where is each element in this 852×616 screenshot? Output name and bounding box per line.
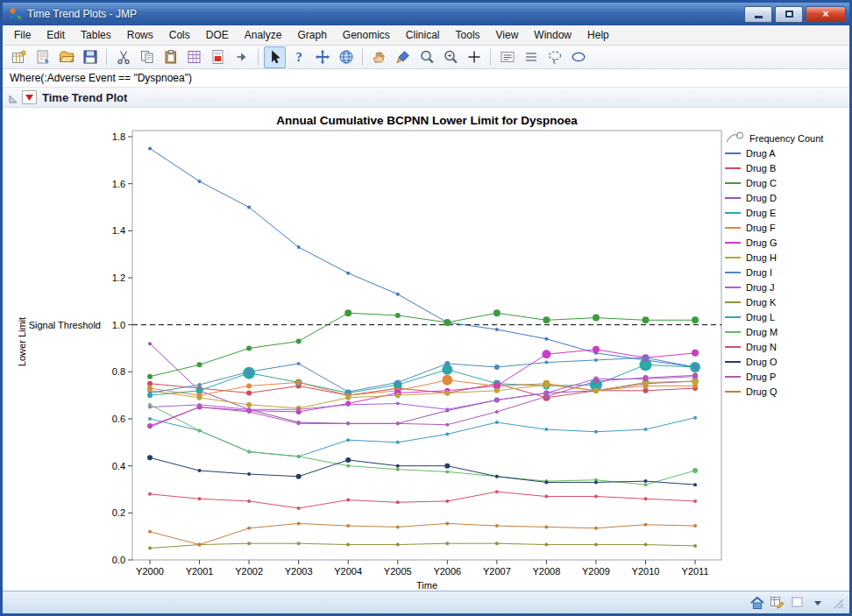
select-arrow-icon[interactable]	[264, 46, 286, 68]
jmp-app-icon	[8, 7, 22, 21]
menu-analyze[interactable]: Analyze	[237, 26, 290, 44]
crosshair-icon[interactable]	[463, 46, 485, 68]
legend-item-drug-c[interactable]: Drug C	[725, 175, 849, 190]
run-script-icon[interactable]	[231, 46, 252, 68]
copy-icon[interactable]	[136, 46, 158, 68]
legend-swatch	[725, 182, 741, 184]
paste-icon[interactable]	[160, 46, 181, 68]
legend-frequency-count[interactable]: Frequency Count	[725, 131, 849, 145]
minimize-button[interactable]	[744, 6, 772, 23]
new-journal-icon[interactable]	[32, 46, 53, 68]
menu-clinical[interactable]: Clinical	[398, 26, 448, 44]
help-icon[interactable]: ?	[288, 46, 309, 68]
legend-item-drug-l[interactable]: Drug L	[725, 309, 849, 324]
svg-text:Y2007: Y2007	[483, 566, 511, 577]
brush-icon[interactable]	[392, 46, 414, 68]
legend-label: Drug M	[746, 327, 777, 337]
open-icon[interactable]	[55, 46, 77, 68]
magnifier-icon[interactable]	[439, 46, 461, 68]
lasso-icon[interactable]	[543, 46, 565, 68]
legend-item-drug-b[interactable]: Drug B	[725, 160, 849, 175]
time-trend-plot[interactable]: 0.00.20.40.60.81.01.21.41.61.8Y2000Y2001…	[3, 129, 723, 593]
scroller-icon[interactable]	[520, 46, 542, 68]
menu-view[interactable]: View	[488, 26, 527, 44]
oval-icon[interactable]	[567, 46, 589, 68]
legend-item-drug-n[interactable]: Drug N	[725, 339, 849, 354]
legend-swatch	[725, 361, 741, 363]
save-icon[interactable]	[79, 46, 101, 68]
menu-graph[interactable]: Graph	[289, 26, 334, 44]
resize-grip[interactable]	[830, 595, 846, 611]
toolbar-separator	[258, 49, 259, 65]
menu-edit[interactable]: Edit	[39, 26, 73, 44]
legend-label: Drug D	[746, 193, 777, 203]
svg-text:Y2004: Y2004	[334, 566, 362, 577]
svg-text:Y2001: Y2001	[186, 566, 214, 577]
legend: Frequency CountDrug ADrug BDrug CDrug DD…	[725, 131, 849, 399]
svg-text:1.0: 1.0	[112, 320, 125, 330]
toolbar-separator	[106, 49, 107, 65]
svg-text:Y2003: Y2003	[285, 566, 313, 577]
legend-swatch	[725, 346, 741, 348]
legend-swatch	[725, 316, 741, 318]
legend-item-drug-h[interactable]: Drug H	[725, 250, 849, 265]
cut-icon[interactable]	[112, 46, 134, 68]
legend-swatch	[725, 212, 741, 214]
window-box-icon[interactable]	[790, 595, 806, 611]
menu-genomics[interactable]: Genomics	[335, 26, 398, 44]
svg-text:Y2000: Y2000	[136, 566, 164, 577]
globe-icon[interactable]	[335, 46, 357, 68]
svg-text:0.4: 0.4	[112, 461, 125, 471]
menu-file[interactable]: File	[6, 26, 39, 44]
legend-label: Drug A	[746, 148, 776, 159]
legend-item-drug-p[interactable]: Drug P	[725, 369, 849, 384]
legend-swatch	[725, 197, 741, 199]
bubble-icon	[725, 131, 748, 145]
statusbar-dropdown-icon[interactable]	[810, 595, 826, 611]
new-data-table-icon[interactable]	[8, 46, 30, 68]
legend-item-drug-f[interactable]: Drug F	[725, 220, 849, 235]
svg-text:0.8: 0.8	[112, 366, 125, 377]
print-layout-icon[interactable]	[183, 46, 205, 68]
title-bar[interactable]: Time Trend Plots - JMP ×	[3, 3, 849, 25]
close-button[interactable]: ×	[806, 6, 846, 23]
toolbar-separator	[490, 49, 491, 65]
annotate-icon[interactable]	[496, 46, 518, 68]
move-icon[interactable]	[311, 46, 333, 68]
maximize-icon	[785, 11, 793, 18]
export-pdf-icon[interactable]	[207, 46, 229, 68]
menu-help[interactable]: Help	[579, 26, 617, 44]
maximize-button[interactable]	[775, 6, 803, 23]
legend-item-drug-a[interactable]: Drug A	[725, 145, 849, 160]
grabber-icon[interactable]	[368, 46, 390, 68]
legend-item-drug-o[interactable]: Drug O	[725, 354, 849, 369]
legend-swatch	[725, 287, 741, 288]
legend-item-drug-q[interactable]: Drug Q	[725, 384, 849, 399]
legend-item-drug-e[interactable]: Drug E	[725, 205, 849, 220]
legend-item-drug-i[interactable]: Drug I	[725, 265, 849, 280]
legend-item-drug-m[interactable]: Drug M	[725, 324, 849, 339]
red-triangle-menu-icon[interactable]	[22, 90, 37, 104]
lens-icon[interactable]	[415, 46, 437, 68]
menu-rows[interactable]: Rows	[119, 26, 161, 44]
menu-cols[interactable]: Cols	[161, 26, 198, 44]
edit-data-table-icon[interactable]	[770, 595, 785, 611]
legend-item-drug-g[interactable]: Drug G	[725, 235, 849, 250]
svg-text:1.2: 1.2	[112, 273, 125, 283]
toolbar: ?	[3, 46, 849, 69]
svg-text:Y2009: Y2009	[582, 566, 610, 577]
legend-swatch	[725, 227, 741, 229]
legend-label: Drug E	[746, 208, 776, 218]
legend-item-drug-d[interactable]: Drug D	[725, 190, 849, 205]
menu-tables[interactable]: Tables	[73, 26, 119, 44]
legend-swatch	[725, 152, 741, 154]
disclosure-triangle-icon[interactable]	[8, 92, 18, 103]
menu-doe[interactable]: DOE	[198, 26, 237, 44]
home-icon[interactable]	[749, 595, 765, 611]
legend-item-drug-k[interactable]: Drug K	[725, 294, 849, 309]
menu-tools[interactable]: Tools	[448, 26, 488, 44]
menu-window[interactable]: Window	[526, 26, 579, 44]
svg-text:Y2005: Y2005	[384, 566, 412, 577]
legend-item-drug-j[interactable]: Drug J	[725, 280, 849, 294]
jmp-window: Time Trend Plots - JMP × FileEditTablesR…	[0, 0, 852, 616]
